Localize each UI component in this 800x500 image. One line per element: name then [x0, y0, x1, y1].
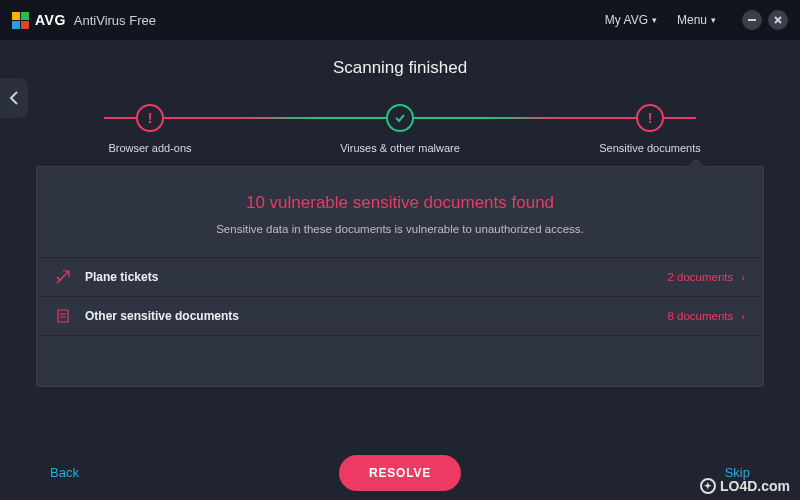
- step-label: Viruses & other malware: [340, 142, 460, 154]
- step-label: Sensitive documents: [599, 142, 701, 154]
- minimize-button[interactable]: [742, 10, 762, 30]
- svg-rect-3: [58, 310, 68, 322]
- plane-icon: [55, 269, 71, 285]
- footer: Back RESOLVE Skip: [0, 465, 800, 480]
- close-button[interactable]: [768, 10, 788, 30]
- step-sensitive-docs: ! Sensitive documents: [590, 104, 710, 154]
- chevron-down-icon: ▾: [711, 15, 716, 25]
- chevron-left-icon: [9, 91, 19, 105]
- results-list: Plane tickets 2 documents › Other sensit…: [37, 257, 763, 336]
- result-label: Plane tickets: [85, 270, 158, 284]
- app-logo: AVG AntiVirus Free: [12, 12, 156, 29]
- chevron-down-icon: ▾: [652, 15, 657, 25]
- result-row-other-docs[interactable]: Other sensitive documents 8 documents ›: [37, 296, 763, 336]
- alert-icon: !: [636, 104, 664, 132]
- results-panel: 10 vulnerable sensitive documents found …: [36, 166, 764, 387]
- check-icon: [386, 104, 414, 132]
- my-avg-menu[interactable]: My AVG ▾: [605, 13, 657, 27]
- watermark-text: LO4D.com: [720, 478, 790, 494]
- menu-label: Menu: [677, 13, 707, 27]
- step-malware: Viruses & other malware: [340, 104, 460, 154]
- chevron-right-icon: ›: [741, 310, 745, 322]
- my-avg-label: My AVG: [605, 13, 648, 27]
- alert-icon: !: [136, 104, 164, 132]
- back-link[interactable]: Back: [50, 465, 79, 480]
- result-count: 8 documents: [667, 310, 733, 322]
- result-label: Other sensitive documents: [85, 309, 239, 323]
- product-name: AntiVirus Free: [74, 13, 156, 28]
- scan-stepper: ! Browser add-ons Viruses & other malwar…: [90, 104, 710, 154]
- result-count: 2 documents: [667, 271, 733, 283]
- watermark: ✦ LO4D.com: [700, 478, 790, 494]
- step-browser-addons: ! Browser add-ons: [90, 104, 210, 154]
- main-menu[interactable]: Menu ▾: [677, 13, 716, 27]
- result-row-plane-tickets[interactable]: Plane tickets 2 documents ›: [37, 257, 763, 296]
- chevron-right-icon: ›: [741, 271, 745, 283]
- avg-logo-icon: [12, 12, 29, 29]
- nav-back-button[interactable]: [0, 78, 28, 118]
- resolve-button[interactable]: RESOLVE: [339, 455, 461, 491]
- brand-name: AVG: [35, 12, 66, 28]
- globe-icon: ✦: [700, 478, 716, 494]
- results-subtitle: Sensitive data in these documents is vul…: [37, 223, 763, 235]
- step-label: Browser add-ons: [108, 142, 191, 154]
- app-header: AVG AntiVirus Free My AVG ▾ Menu ▾: [0, 0, 800, 40]
- results-title: 10 vulnerable sensitive documents found: [37, 193, 763, 213]
- document-icon: [55, 308, 71, 324]
- page-title: Scanning finished: [0, 58, 800, 78]
